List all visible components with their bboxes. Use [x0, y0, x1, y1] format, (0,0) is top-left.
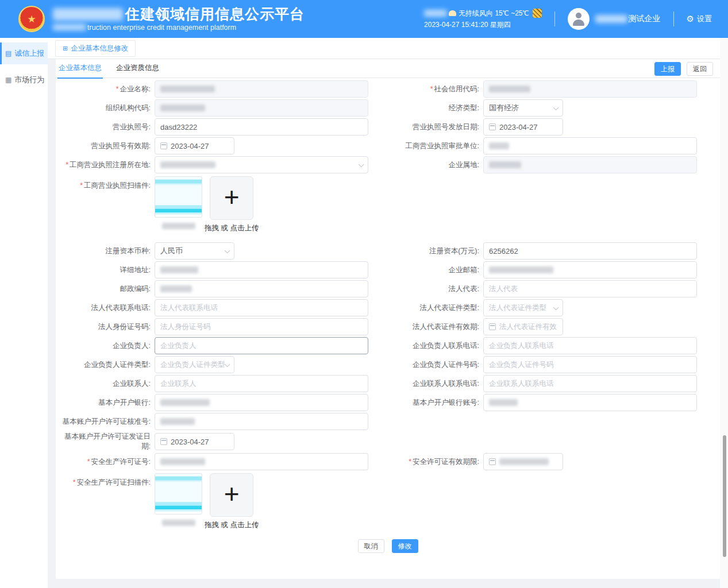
sidebar-item-market-behavior[interactable]: ▦ 市场行为	[0, 69, 48, 91]
title-redacted-prefix	[53, 8, 123, 21]
weather-badge-icon	[533, 9, 542, 18]
masked-value	[489, 266, 553, 273]
weather-icon	[449, 10, 456, 16]
license-approve-unit-input[interactable]	[483, 137, 697, 154]
company-contact-input[interactable]: 企业联系人	[155, 375, 368, 392]
subtab-basic-info[interactable]: 企业基本信息	[57, 59, 103, 79]
user-menu[interactable]: 测试企业	[568, 8, 661, 30]
license-approve-unit-label: 工商营业执照审批单位:	[384, 141, 483, 151]
capital-currency-select[interactable]: 人民币	[155, 242, 234, 260]
postcode-input[interactable]	[155, 280, 368, 297]
masked-value	[489, 142, 509, 149]
settings-button[interactable]: ⚙ 设置	[687, 14, 712, 24]
chevron-down-icon	[553, 304, 559, 310]
grid-icon: ▦	[5, 76, 11, 84]
legal-rep-cert-valid-date-input[interactable]: 法人代表证件有效期	[483, 318, 563, 335]
basic-bank-input[interactable]	[155, 394, 368, 411]
form-row: 注册资本币种:人民币注册资本(万元):6256262	[56, 242, 720, 260]
field-value: 人民币	[160, 246, 183, 256]
required-asterisk: *	[66, 161, 68, 169]
field-placeholder: 企业联系人联系电话	[489, 379, 554, 389]
address-input[interactable]	[155, 261, 368, 278]
legal-rep-phone-input[interactable]: 法人代表联系电话	[155, 299, 368, 316]
form-row: 详细地址:企业邮箱:	[56, 261, 720, 278]
company-region-label: 企业属地:	[384, 160, 483, 170]
sidebar-item-credit-report[interactable]: ▤ 诚信上报	[0, 42, 48, 64]
field-placeholder: 企业负责人	[160, 341, 197, 351]
license-issue-date-date-input[interactable]: 2023-04-27	[483, 118, 563, 136]
safety-license-scan-row: *安全生产许可证扫描件:+拖拽 或 点击上传	[56, 473, 720, 530]
business-license-scan-preview-thumbnail[interactable]	[155, 176, 202, 218]
safety-license-scan-upload-dropzone[interactable]: +	[210, 473, 253, 517]
calendar-icon	[160, 142, 167, 149]
required-asterisk: *	[80, 181, 83, 189]
manager-input[interactable]: 企业负责人	[155, 337, 368, 354]
license-valid-date-date-input[interactable]: 2023-04-27	[155, 137, 234, 154]
business-license-scan-row: *工商营业执照扫描件:+拖拽 或 点击上传	[56, 176, 720, 233]
page-tabstrip: ⊞ 企业基本信息修改	[48, 38, 728, 59]
legal-rep-id-input[interactable]: 法人身份证号码	[155, 318, 368, 335]
scrollbar-thumb[interactable]	[723, 435, 726, 557]
report-icon: ▤	[5, 49, 11, 57]
settings-label: 设置	[697, 14, 712, 24]
safety-license-scan-preview-thumbnail[interactable]	[155, 473, 202, 514]
required-asterisk: *	[73, 478, 76, 486]
license-valid-date-label: 营业执照号有效期:	[56, 141, 155, 151]
legal-rep-phone-label: 法人代表联系电话:	[56, 303, 155, 313]
form-row: 基本账户开户许可证发证日期:2023-04-27	[56, 432, 720, 451]
manager-phone-input[interactable]: 企业负责人联系电话	[483, 337, 697, 354]
basic-bank-account-input[interactable]	[483, 394, 697, 411]
field-placeholder: 法人身份证号码	[160, 322, 211, 332]
contact-phone-input[interactable]: 企业联系人联系电话	[483, 375, 697, 392]
plus-icon: +	[224, 481, 240, 507]
field-placeholder: 企业负责人证件号码	[489, 360, 554, 370]
chevron-down-icon	[225, 361, 230, 367]
contact-phone-label: 企业联系人联系电话:	[384, 379, 483, 389]
main-area: ⊞ 企业基本信息修改 企业基本信息 企业资质信息 上报 返回 *企业名称:*社会…	[48, 38, 728, 588]
manager-cert-type-select[interactable]: 企业负责人证件类型	[155, 356, 234, 373]
legal-rep-cert-type-select[interactable]: 法人代表证件类型	[483, 299, 563, 316]
modify-button[interactable]: 修改	[392, 539, 418, 553]
required-asterisk: *	[409, 458, 411, 466]
safety-license-valid-date-input[interactable]	[483, 453, 563, 470]
weather-text: 无持续风向 15℃ ~25℃	[459, 7, 529, 19]
plus-icon: +	[224, 184, 240, 210]
registered-capital-label: 注册资本(万元):	[384, 246, 483, 256]
form-row: 法人代表联系电话:法人代表联系电话法人代表证件类型:法人代表证件类型	[56, 299, 720, 316]
field-placeholder: 法人代表证件有效期	[499, 322, 557, 332]
economy-type-select[interactable]: 国有经济	[483, 99, 563, 117]
company-email-input[interactable]	[483, 261, 697, 278]
cancel-button[interactable]: 取消	[358, 539, 384, 553]
field-placeholder: 法人代表证件类型	[489, 303, 546, 313]
report-button[interactable]: 上报	[654, 62, 681, 76]
masked-value	[160, 266, 198, 273]
user-redacted-prefix	[595, 15, 627, 23]
license-reg-location-select[interactable]	[155, 156, 368, 173]
business-license-no-input[interactable]: dasd23222	[155, 118, 368, 136]
business-license-scan-upload-dropzone[interactable]: +	[210, 176, 253, 220]
manager-cert-type-label: 企业负责人证件类型:	[56, 360, 155, 370]
user-name: 测试企业	[629, 14, 661, 24]
company-region-input	[483, 156, 697, 173]
manager-cert-no-input[interactable]: 企业负责人证件号码	[483, 356, 697, 373]
tab-company-basic-info-edit[interactable]: ⊞ 企业基本信息修改	[55, 40, 136, 57]
sidebar-item-label: 诚信上报	[14, 48, 44, 59]
subtab-qualification-info[interactable]: 企业资质信息	[115, 59, 160, 79]
registered-capital-input[interactable]: 6256262	[483, 242, 697, 260]
legal-rep-input[interactable]: 法人代表	[483, 280, 697, 297]
content-card: 企业基本信息 企业资质信息 上报 返回 *企业名称:*社会信用代码:组织机构代码…	[56, 59, 720, 579]
datetime-text: 2023-04-27 15:41:20 星期四	[424, 19, 542, 30]
grid-icon: ⊞	[63, 45, 68, 52]
required-asterisk: *	[116, 85, 119, 93]
back-button[interactable]: 返回	[687, 62, 713, 76]
bank-permit-date-date-input[interactable]: 2023-04-27	[155, 433, 234, 450]
safety-license-no-input[interactable]	[155, 453, 368, 470]
field-value: 2023-04-27	[171, 438, 209, 446]
chevron-down-icon	[359, 161, 364, 167]
form-row: 营业执照号有效期:2023-04-27工商营业执照审批单位:	[56, 137, 720, 154]
field-value: 2023-04-27	[499, 123, 538, 131]
bank-permit-no-input[interactable]	[155, 413, 368, 430]
sidebar-item-label: 市场行为	[14, 75, 44, 85]
calendar-icon	[489, 123, 496, 130]
company-email-label: 企业邮箱:	[384, 265, 483, 275]
